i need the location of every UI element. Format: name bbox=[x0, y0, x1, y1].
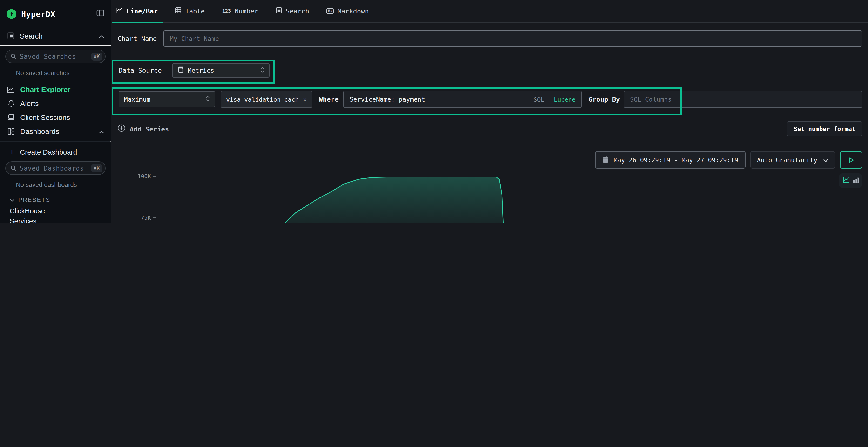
tab-label: Number bbox=[235, 7, 258, 15]
divider bbox=[0, 45, 111, 46]
bell-icon bbox=[7, 100, 15, 107]
data-source-row: Data Source Metrics bbox=[119, 63, 270, 77]
shortcut-badge: ⌘K bbox=[91, 164, 102, 172]
search-icon bbox=[10, 164, 17, 173]
data-source-value: Metrics bbox=[188, 67, 214, 74]
logo-row: HyperDX bbox=[0, 0, 111, 19]
timeseries-chart[interactable]: 025K50K75K100KMay 26 9:00:00 AM12:30:00 … bbox=[112, 170, 862, 224]
tab-search[interactable]: Search bbox=[276, 0, 309, 22]
sidebar-item-dashboards[interactable]: Dashboards bbox=[0, 124, 111, 138]
app-title: HyperDX bbox=[21, 9, 96, 19]
select-chevrons-icon bbox=[206, 96, 210, 103]
query-language-toggle[interactable]: SQL|Lucene bbox=[533, 96, 576, 103]
chart-name-row: Chart Name My Chart Name bbox=[118, 30, 862, 47]
list-icon bbox=[276, 7, 282, 15]
group-by-input[interactable]: SQL Columns bbox=[624, 91, 862, 108]
data-source-select[interactable]: Metrics bbox=[173, 63, 270, 77]
chevron-down-icon bbox=[10, 197, 14, 203]
presets-label: PRESETS bbox=[18, 197, 51, 203]
tab-label: Line/Bar bbox=[126, 7, 158, 15]
group-by-placeholder: SQL Columns bbox=[630, 96, 672, 103]
collapse-sidebar-icon[interactable] bbox=[96, 10, 104, 18]
laptop-icon bbox=[7, 114, 15, 121]
granularity-value: Auto Granularity bbox=[757, 156, 817, 164]
date-range-value: May 26 09:29:19 - May 27 09:29:19 bbox=[614, 156, 738, 164]
saved-searches-input[interactable]: Saved Searches ⌘K bbox=[5, 49, 105, 63]
chart-type-tabbar: Line/Bar Table 123 Number Search M↓ Mark… bbox=[116, 0, 868, 23]
tab-line-bar[interactable]: Line/Bar bbox=[116, 0, 158, 22]
chart-name-label: Chart Name bbox=[118, 35, 157, 42]
tab-markdown[interactable]: M↓ Markdown bbox=[327, 0, 369, 22]
tab-table[interactable]: Table bbox=[175, 0, 205, 22]
plus-icon: + bbox=[10, 148, 14, 157]
select-chevrons-icon bbox=[261, 67, 265, 74]
metric-tag-label: visa_validation_cach bbox=[226, 96, 299, 103]
plus-circle-icon bbox=[118, 124, 125, 133]
hyperdx-logo-icon bbox=[7, 9, 17, 19]
preset-clickhouse[interactable]: ClickHouse bbox=[0, 204, 111, 214]
search-section-label: Search bbox=[20, 32, 43, 40]
date-range-picker[interactable]: May 26 09:29:19 - May 27 09:29:19 bbox=[595, 151, 745, 169]
sidebar-item-alerts[interactable]: Alerts bbox=[0, 96, 111, 110]
close-icon[interactable]: × bbox=[303, 96, 307, 103]
sidebar-item-label: Alerts bbox=[20, 99, 39, 107]
tab-label: Search bbox=[286, 7, 309, 15]
shortcut-badge: ⌘K bbox=[91, 52, 102, 61]
line-chart-icon bbox=[7, 86, 15, 93]
saved-dashboards-input[interactable]: Saved Dashboards ⌘K bbox=[5, 161, 105, 175]
add-series-button[interactable]: Add Series bbox=[118, 124, 169, 133]
table-icon bbox=[175, 7, 181, 15]
group-by-label: Group By bbox=[589, 95, 620, 103]
set-number-format-button[interactable]: Set number format bbox=[787, 122, 862, 136]
aggregation-value: Maximum bbox=[124, 96, 151, 103]
chevron-up-icon[interactable] bbox=[99, 32, 104, 40]
granularity-select[interactable]: Auto Granularity bbox=[750, 151, 835, 169]
chart-controls: May 26 09:29:19 - May 27 09:29:19 Auto G… bbox=[595, 151, 862, 169]
chevron-down-icon bbox=[823, 156, 829, 164]
where-input[interactable]: ServiceName: payment SQL|Lucene bbox=[343, 91, 582, 108]
series-row: Maximum visa_validation_cach × Where Ser… bbox=[119, 91, 862, 108]
search-section-icon bbox=[7, 32, 15, 39]
tab-label: Markdown bbox=[337, 7, 369, 15]
series-actions-row: Add Series Set number format bbox=[118, 122, 862, 136]
preset-services[interactable]: Services bbox=[0, 214, 111, 224]
saved-dashboards-placeholder: Saved Dashboards bbox=[20, 165, 88, 172]
aggregation-select[interactable]: Maximum bbox=[119, 91, 215, 107]
search-icon bbox=[10, 52, 17, 61]
sidebar-section-search[interactable]: Search bbox=[0, 19, 111, 45]
markdown-icon: M↓ bbox=[327, 8, 334, 14]
play-icon bbox=[848, 157, 854, 163]
presets-header[interactable]: PRESETS bbox=[0, 190, 111, 204]
saved-searches-placeholder: Saved Searches bbox=[20, 53, 88, 60]
sidebar-item-label: Chart Explorer bbox=[20, 85, 70, 94]
svg-text:75K: 75K bbox=[141, 215, 151, 221]
svg-text:100K: 100K bbox=[138, 173, 151, 179]
number-123-icon: 123 bbox=[222, 8, 231, 13]
line-chart-icon bbox=[116, 7, 123, 15]
sidebar-item-client-sessions[interactable]: Client Sessions bbox=[0, 110, 111, 124]
calendar-icon bbox=[602, 156, 609, 164]
chevron-up-icon[interactable] bbox=[99, 127, 104, 135]
dashboards-icon bbox=[7, 128, 15, 135]
run-query-button[interactable] bbox=[840, 151, 862, 169]
database-icon bbox=[178, 66, 184, 74]
add-series-label: Add Series bbox=[130, 125, 169, 133]
sidebar-item-label: Dashboards bbox=[20, 127, 59, 135]
sidebar: HyperDX Search Saved Searches ⌘K No save… bbox=[0, 0, 112, 224]
metric-tag[interactable]: visa_validation_cach × bbox=[221, 91, 312, 108]
tab-number[interactable]: 123 Number bbox=[222, 0, 258, 22]
where-label: Where bbox=[319, 95, 339, 103]
toggle-separator: | bbox=[547, 96, 551, 103]
where-value: ServiceName: payment bbox=[350, 96, 425, 103]
create-dashboard-label: Create Dashboard bbox=[20, 148, 77, 156]
chart-panel: May 26 09:29:19 - May 27 09:29:19 Auto G… bbox=[111, 147, 868, 224]
no-saved-searches-text: No saved searches bbox=[0, 63, 111, 78]
tab-label: Table bbox=[185, 7, 205, 15]
sidebar-item-label: Client Sessions bbox=[20, 113, 70, 122]
lucene-toggle[interactable]: Lucene bbox=[554, 96, 576, 103]
chart-name-placeholder: My Chart Name bbox=[170, 35, 219, 42]
sidebar-item-chart-explorer[interactable]: Chart Explorer bbox=[0, 82, 111, 96]
sql-toggle[interactable]: SQL bbox=[533, 96, 544, 103]
create-dashboard-button[interactable]: + Create Dashboard bbox=[0, 142, 111, 158]
chart-name-input[interactable]: My Chart Name bbox=[164, 30, 862, 47]
